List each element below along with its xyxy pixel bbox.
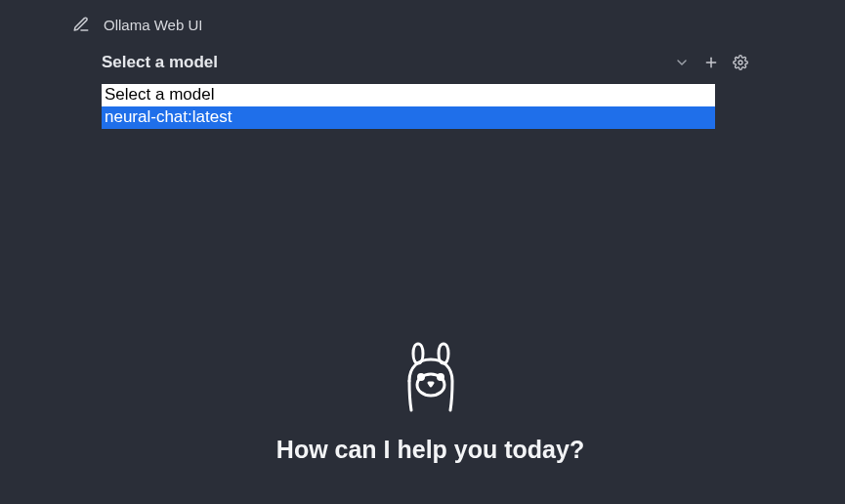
model-dropdown[interactable]: Select a model neural-chat:latest <box>102 84 715 129</box>
hero-title: How can I help you today? <box>276 436 584 464</box>
plus-icon[interactable] <box>702 54 720 71</box>
svg-point-4 <box>418 375 423 380</box>
app-title: Ollama Web UI <box>104 17 202 33</box>
chevron-down-icon[interactable] <box>673 54 691 71</box>
ollama-logo-icon <box>401 342 461 416</box>
svg-point-5 <box>438 375 443 380</box>
header-bar: Ollama Web UI <box>0 0 845 33</box>
model-selector-label[interactable]: Select a model <box>102 53 218 72</box>
model-controls <box>673 54 829 71</box>
model-selector-row: Select a model <box>0 33 845 72</box>
hero-section: How can I help you today? <box>0 342 845 464</box>
svg-point-2 <box>739 61 742 64</box>
model-option-neural-chat[interactable]: neural-chat:latest <box>102 106 715 129</box>
gear-icon[interactable] <box>732 54 749 71</box>
model-option-placeholder[interactable]: Select a model <box>102 84 715 106</box>
edit-icon[interactable] <box>72 16 90 33</box>
